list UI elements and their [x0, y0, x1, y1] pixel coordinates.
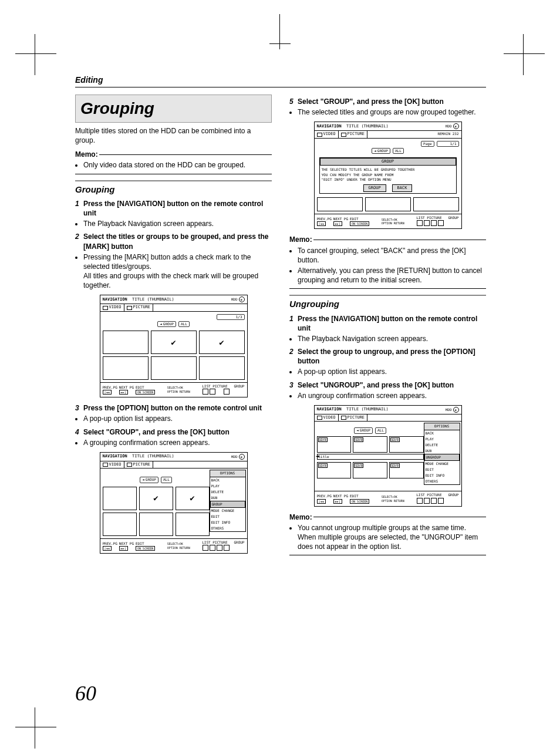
memo-list: Only video data stored on the HDD can be… — [75, 160, 272, 170]
crop-mark — [15, 707, 56, 749]
figure-navigation-thumbnails: NAVIGATION TITLE (THUMBNAIL) HDD◐ VIDEO … — [100, 295, 248, 397]
rule — [289, 555, 486, 555]
step-note: Pressing the [MARK] button adds a check … — [83, 252, 272, 291]
left-column: Grouping Multiple titles stored on the H… — [75, 95, 272, 559]
step-note: A pop-up option list appears. — [298, 367, 486, 376]
memo-item: Alternatively, you can press the [RETURN… — [298, 266, 486, 285]
subsection-heading: Grouping — [75, 184, 272, 196]
figure-group-dialog: NAVIGATION TITLE (THUMBNAIL) HDD◐ VIDEO … — [314, 122, 462, 229]
options-panel: OPTIONS BACK PLAY DELETE DUB UNGROUP MOD… — [424, 423, 460, 485]
step-number: 2 — [289, 347, 298, 366]
step-text: Press the [NAVIGATION] button on the rem… — [298, 314, 486, 333]
memo-label: Memo: — [289, 235, 312, 244]
page-number: 60 — [75, 681, 96, 706]
step-number: 1 — [289, 314, 298, 333]
intro-text: Multiple titles stored on the HDD can be… — [75, 126, 272, 145]
step-note: The selected titles and groups are now g… — [298, 107, 486, 117]
title-bar: Grouping — [75, 95, 272, 123]
right-column: 5Select "GROUP", and press the [OK] butt… — [289, 95, 486, 559]
memo-label: Memo: — [289, 513, 312, 522]
step-number: 4 — [75, 427, 83, 437]
crop-mark — [15, 34, 56, 75]
step-note: A grouping confirmation screen appears. — [83, 438, 272, 447]
rule — [75, 174, 272, 174]
crop-mark — [504, 34, 545, 75]
options-panel: OPTIONS BACK PLAY DELETE DUB GROUP MODE … — [210, 470, 246, 532]
step-note: The Playback Navigation screen appears. — [298, 334, 486, 343]
crop-mark-center — [269, 14, 291, 49]
step-note: The Playback Navigation screen appears. — [83, 219, 272, 228]
memo-item: You cannot ungroup multiple groups at th… — [298, 523, 486, 552]
subsection-rule — [289, 295, 486, 296]
step-number: 3 — [289, 380, 298, 390]
subsection-heading: Ungrouping — [289, 298, 486, 310]
figure-ungroup-options: NAVIGATION TITLE (THUMBNAIL) HDD◐ VIDEO … — [314, 405, 462, 507]
step-number: 5 — [289, 97, 298, 106]
step-note: A pop-up option list appears. — [83, 414, 272, 423]
rule — [289, 288, 486, 289]
step-number: 1 — [75, 199, 83, 218]
memo-item: To cancel grouping, select "BACK" and pr… — [298, 246, 486, 265]
step-text: Select "GROUP", and press the [OK] butto… — [83, 427, 272, 437]
step-text: Select "UNGROUP", and press the [OK] but… — [298, 380, 486, 390]
page-title: Grouping — [80, 97, 266, 120]
rule — [75, 87, 486, 87]
step-text: Select the group to ungroup, and press t… — [298, 347, 486, 366]
step-text: Select "GROUP", and press the [OK] butto… — [298, 97, 486, 106]
memo-label: Memo: — [75, 150, 98, 159]
step-text: Select the titles or groups to be groupe… — [83, 232, 272, 251]
step-text: Press the [NAVIGATION] button on the rem… — [83, 199, 272, 218]
step-number: 3 — [75, 403, 83, 413]
memo-item: Only video data stored on the HDD can be… — [83, 160, 272, 170]
subsection-rule — [75, 180, 272, 181]
step-note: An ungroup confirmation screen appears. — [298, 391, 486, 400]
section-label: Editing — [75, 75, 486, 85]
step-text: Press the [OPTION] button on the remote … — [83, 403, 272, 413]
figure-navigation-options: NAVIGATION TITLE (THUMBNAIL) HDD◐ VIDEO … — [100, 452, 248, 554]
step-number: 2 — [75, 232, 83, 251]
group-dialog: GROUP THE SELECTED TITLES WILL BE GROUPE… — [319, 157, 457, 194]
